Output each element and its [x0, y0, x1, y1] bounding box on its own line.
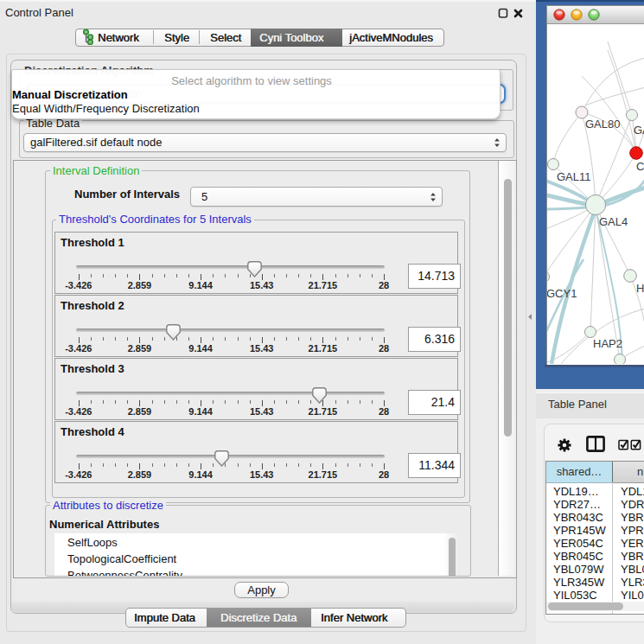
svg-text:GAL80: GAL80	[585, 118, 620, 131]
svg-text:GA: GA	[634, 124, 644, 137]
svg-text:GCY1: GCY1	[547, 287, 577, 300]
svg-text:GAL11: GAL11	[557, 170, 591, 183]
svg-text:HAP2: HAP2	[593, 337, 622, 350]
svg-text:C: C	[636, 160, 644, 173]
svg-text:GAL4: GAL4	[599, 215, 628, 228]
svg-text:H: H	[636, 282, 644, 295]
